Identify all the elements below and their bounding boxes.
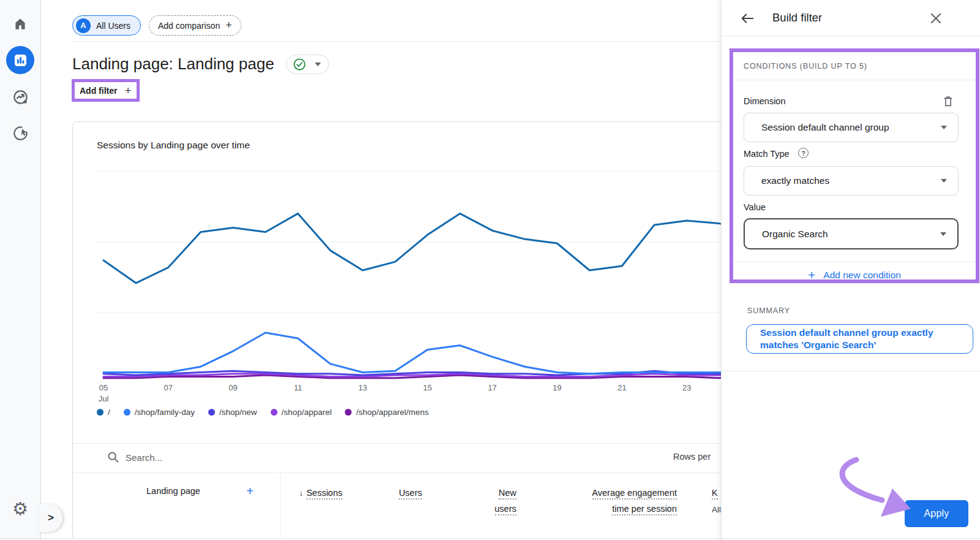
explore-icon <box>12 125 29 142</box>
arrow-left-icon <box>739 10 756 27</box>
divider <box>722 36 980 36</box>
chevron-down-icon <box>941 179 947 183</box>
nav-reports-active[interactable] <box>6 46 34 74</box>
svg-text:Jul: Jul <box>99 394 109 403</box>
svg-text:09: 09 <box>228 383 237 392</box>
legend-label: /shop/new <box>219 408 257 417</box>
bar-chart-icon <box>12 52 29 69</box>
legend-dot <box>124 409 130 416</box>
value-select[interactable]: Organic Search <box>744 218 959 249</box>
column-header-avg-engagement-time[interactable]: Average engagementtime per session <box>516 473 677 517</box>
nav-admin[interactable]: ⚙ <box>10 499 30 519</box>
svg-text:07: 07 <box>164 383 173 392</box>
legend-item: / <box>97 408 110 417</box>
search-input[interactable] <box>126 449 383 466</box>
chevron-down-icon <box>940 232 946 236</box>
conditions-highlight-box: CONDITIONS (BUILD UP TO 5) Dimension Ses… <box>729 48 979 283</box>
match-type-label: Match Type <box>744 149 790 159</box>
app-window: ⚙ > A All Users Add comparison + Landing… <box>0 0 980 540</box>
legend-item: /shop/apparel <box>271 408 332 417</box>
green-check-icon <box>293 58 306 71</box>
legend-dot <box>345 409 352 416</box>
legend-dot <box>271 409 277 416</box>
plus-icon: + <box>808 268 815 283</box>
chevron-down-icon <box>315 63 321 66</box>
nav-home[interactable] <box>12 15 29 32</box>
legend-dot <box>97 409 104 416</box>
add-new-condition-label: Add new condition <box>823 270 901 281</box>
metric-headers: ↓SessionsUsersNewusersAverage engagement… <box>281 473 721 518</box>
add-column-button[interactable]: + <box>246 484 254 498</box>
svg-text:13: 13 <box>358 383 367 392</box>
value-label: Value <box>744 202 766 212</box>
column-header-key-events[interactable]: KAll <box>677 473 721 518</box>
legend-label: / <box>108 408 110 417</box>
legend-item: /shop/apparel/mens <box>345 408 429 417</box>
dimension-label: Dimension <box>744 96 786 106</box>
help-icon[interactable]: ? <box>798 148 809 158</box>
left-nav: ⚙ <box>0 0 41 540</box>
legend-label: /shop/apparel <box>282 408 332 417</box>
advertising-icon <box>12 89 29 105</box>
legend-item: /shop/new <box>208 408 257 417</box>
divider <box>733 262 976 262</box>
delete-condition-button[interactable] <box>941 94 955 108</box>
report-validity-dropdown[interactable] <box>286 55 329 74</box>
audience-badge: A <box>76 18 91 33</box>
svg-text:21: 21 <box>617 383 626 392</box>
add-comparison-button[interactable]: Add comparison + <box>149 15 241 36</box>
sessions-chart-svg: 05Jul070911131517192123 <box>73 122 721 410</box>
close-icon <box>927 10 944 27</box>
add-new-condition-button[interactable]: + Add new condition <box>733 268 976 283</box>
add-filter-button[interactable]: Add filter + <box>80 83 132 97</box>
svg-text:11: 11 <box>294 383 303 392</box>
plus-icon: + <box>225 19 232 32</box>
topbar-divider <box>72 41 721 42</box>
column-header-users[interactable]: Users <box>342 473 422 501</box>
build-filter-panel: Build filter CONDITIONS (BUILD UP TO 5) … <box>721 0 980 540</box>
match-type-select[interactable]: exactly matches <box>744 166 959 196</box>
chart-legend: //shop/family-day/shop/new/shop/apparel/… <box>97 408 429 417</box>
column-header-landing-page[interactable]: Landing page <box>97 486 249 496</box>
chart-title: Sessions by Landing page over time <box>97 140 250 151</box>
legend-label: /shop/apparel/mens <box>356 408 429 417</box>
divider <box>722 371 980 371</box>
home-icon <box>12 16 28 32</box>
add-filter-highlight-box: Add filter + <box>72 79 140 102</box>
legend-dot <box>208 409 215 416</box>
add-comparison-label: Add comparison <box>158 21 220 31</box>
chevron-down-icon <box>941 126 947 129</box>
audience-chip-label: All Users <box>96 21 130 31</box>
legend-label: /shop/family-day <box>135 408 195 417</box>
gear-icon: ⚙ <box>12 500 28 518</box>
summary-title: SUMMARY <box>747 306 790 315</box>
column-header-new-users[interactable]: Newusers <box>422 473 516 517</box>
column-subfilter[interactable]: All <box>712 502 721 518</box>
rows-per-page-label[interactable]: Rows per <box>673 452 710 462</box>
audience-chip-all-users[interactable]: A All Users <box>72 15 141 36</box>
legend-item: /shop/family-day <box>124 408 195 417</box>
chevron-right-icon: > <box>48 512 54 524</box>
value-select-value: Organic Search <box>762 229 828 240</box>
dimension-select[interactable]: Session default channel group <box>744 113 959 142</box>
sort-desc-icon: ↓ <box>299 488 303 498</box>
page-title: Landing page: Landing page <box>72 55 274 74</box>
search-icon <box>107 451 120 464</box>
match-type-select-value: exactly matches <box>761 175 829 186</box>
apply-button[interactable]: Apply <box>905 500 968 527</box>
plus-icon: + <box>124 84 131 97</box>
summary-chip: Session default channel group exactly ma… <box>746 324 973 354</box>
svg-text:23: 23 <box>682 383 691 392</box>
close-button[interactable] <box>927 10 944 27</box>
nav-explore[interactable] <box>12 124 29 142</box>
svg-text:19: 19 <box>552 383 561 392</box>
divider <box>733 80 976 80</box>
back-button[interactable] <box>739 10 756 27</box>
column-header-sessions[interactable]: ↓Sessions <box>281 473 342 501</box>
svg-text:15: 15 <box>423 383 432 392</box>
dimension-select-value: Session default channel group <box>761 122 889 133</box>
trash-icon <box>941 94 955 108</box>
divider <box>722 538 980 539</box>
nav-advertising[interactable] <box>12 88 29 105</box>
conditions-title: CONDITIONS (BUILD UP TO 5) <box>744 62 867 70</box>
